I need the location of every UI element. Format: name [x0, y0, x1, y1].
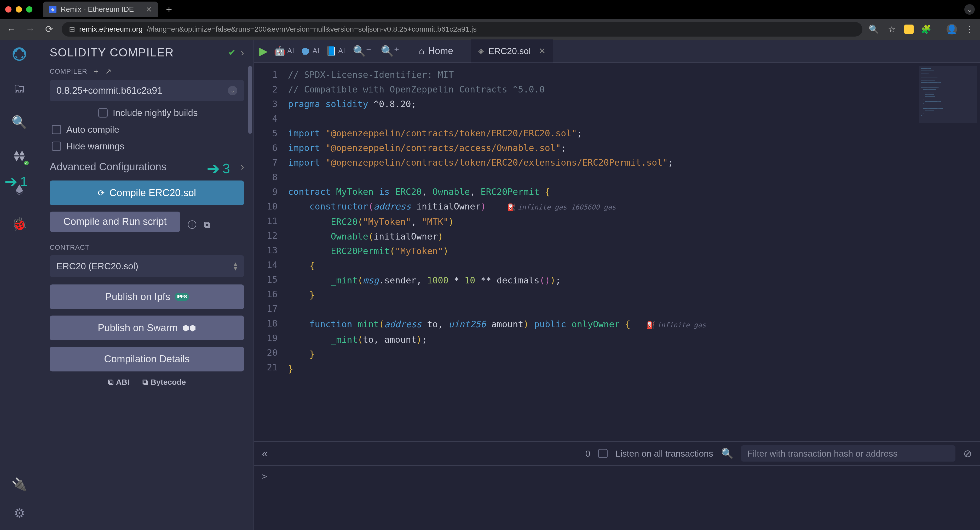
zoom-icon[interactable]: 🔍: [869, 24, 879, 35]
compile-success-badge-icon: ✓: [23, 160, 30, 166]
clear-terminal-icon[interactable]: ⊘: [963, 447, 972, 459]
tab-home[interactable]: ⌂ Home: [412, 46, 460, 56]
compile-spinner-icon: ⟳: [98, 188, 105, 198]
tab-file-active[interactable]: ◈ ERC20.sol ✕: [471, 40, 553, 62]
compile-button-label: Compile ERC20.sol: [110, 187, 196, 198]
minimize-window-icon[interactable]: [16, 6, 22, 13]
window-controls[interactable]: [5, 6, 32, 13]
minimap[interactable]: ▬▬▬▬▬▬▬▬▬▬▬▬▬▬▬▬▬▬▬▬▬▬▬▬▬▬▬▬▬▬▬▬▬▬▬▬▬▬▬▬…: [920, 66, 977, 123]
extension-icon[interactable]: [904, 25, 914, 34]
tab-title: Remix - Ethereum IDE: [60, 5, 134, 14]
info-icon[interactable]: ⓘ: [188, 219, 197, 231]
address-bar[interactable]: ⊟ remix.ethereum.org/#lang=en&optimize=f…: [62, 22, 862, 36]
maximize-window-icon[interactable]: [26, 6, 32, 13]
svg-point-0: [13, 48, 25, 60]
file-name: ERC20.sol: [488, 46, 531, 56]
code-editor[interactable]: 123456789101112131415161718192021 // SPD…: [254, 63, 980, 441]
auto-compile-row[interactable]: Auto compile: [50, 124, 244, 135]
zoom-out-icon[interactable]: 🔍⁻: [353, 45, 371, 57]
include-nightly-row[interactable]: Include nightly builds: [50, 108, 244, 118]
tab-close-icon[interactable]: ✕: [146, 5, 152, 14]
publish-ipfs-button[interactable]: Publish on Ipfs IPFS: [50, 284, 244, 309]
settings-icon[interactable]: ⚙: [10, 504, 29, 522]
auto-compile-checkbox[interactable]: [52, 125, 61, 134]
ai-bot-button[interactable]: 🤖AI: [274, 46, 294, 56]
remix-logo-icon[interactable]: [10, 45, 29, 63]
home-icon: ⌂: [418, 46, 425, 56]
browser-tab[interactable]: ◆ Remix - Ethereum IDE ✕: [43, 2, 158, 17]
editor-toolbar: ▶ 🤖AI ⏺AI 📘AI 🔍⁻ 🔍⁺ ⌂ Home ◈ ERC20.sol ✕: [254, 40, 980, 63]
listen-checkbox[interactable]: [598, 449, 608, 458]
bookmark-icon[interactable]: ☆: [886, 24, 897, 35]
nav-forward-icon[interactable]: →: [24, 24, 37, 35]
copy-bytecode-button[interactable]: ⧉Bytecode: [142, 378, 186, 387]
debugger-icon[interactable]: 🐞: [10, 215, 29, 233]
line-gutter: 123456789101112131415161718192021: [254, 63, 283, 441]
run-script-icon[interactable]: ▶: [259, 44, 267, 57]
search-icon[interactable]: 🔍: [10, 113, 29, 131]
select-sort-icon: ▴▾: [234, 262, 237, 271]
tab-overflow-icon[interactable]: ⌄: [964, 4, 975, 14]
copy-abi-button[interactable]: ⧉ABI: [108, 378, 130, 387]
panel-scrollbar[interactable]: [248, 66, 252, 525]
swarm-badge-icon: ⬢⬢: [182, 324, 196, 333]
new-tab-button[interactable]: +: [166, 4, 172, 16]
file-explorer-icon[interactable]: 🗂: [10, 79, 29, 97]
compilation-details-button[interactable]: Compilation Details: [50, 347, 244, 371]
compilation-details-label: Compilation Details: [104, 354, 189, 365]
code-content[interactable]: // SPDX-License-Identifier: MIT// Compat…: [283, 63, 980, 441]
compiler-version-select[interactable]: 0.8.25+commit.b61c2a91 ⌄: [50, 80, 244, 102]
compiler-panel: SOLIDITY COMPILER ✔ › COMPILER ＋ ↗ 0.8.2…: [39, 40, 254, 530]
close-window-icon[interactable]: [5, 6, 11, 13]
hide-warnings-label: Hide warnings: [66, 141, 124, 151]
add-compiler-icon[interactable]: ＋: [92, 67, 100, 76]
close-tab-icon[interactable]: ✕: [539, 46, 546, 56]
arrow-right-icon: ➔: [207, 159, 220, 178]
remix-app: 🗂 🔍 ✓ 🐞 🔌 ⚙ SOLIDITY COMPILER ✔ › COMPIL…: [0, 40, 980, 530]
copy-icon: ⧉: [142, 378, 148, 387]
copy-icon[interactable]: ⧉: [204, 220, 210, 230]
url-path: /#lang=en&optimize=false&runs=200&evmVer…: [147, 25, 477, 33]
annotation-3: ➔ 3: [207, 159, 230, 178]
url-domain: remix.ethereum.org: [79, 25, 143, 33]
compile-button[interactable]: ⟳ Compile ERC20.sol: [50, 181, 244, 205]
browser-menu-icon[interactable]: ⋮: [964, 24, 975, 35]
include-nightly-label: Include nightly builds: [113, 108, 198, 118]
extensions-menu-icon[interactable]: 🧩: [921, 24, 931, 35]
include-nightly-checkbox[interactable]: [98, 108, 108, 117]
book-icon: 📘: [326, 46, 337, 56]
terminal-output[interactable]: >: [254, 465, 980, 530]
plugin-manager-icon[interactable]: 🔌: [10, 475, 29, 494]
terminal-collapse-icon[interactable]: «: [262, 448, 267, 459]
annotation-1: ➔ 1: [5, 172, 28, 191]
publish-swarm-button[interactable]: Publish on Swarm ⬢⬢: [50, 316, 244, 340]
nav-back-icon[interactable]: ←: [5, 24, 18, 35]
solidity-compiler-icon[interactable]: ✓: [10, 147, 29, 165]
robot-icon: 🤖: [274, 46, 286, 56]
tx-filter-input[interactable]: [741, 445, 955, 462]
solidity-file-icon: ◈: [478, 47, 484, 56]
browser-toolbar: ← → ⟳ ⊟ remix.ethereum.org/#lang=en&opti…: [0, 19, 980, 40]
terminal-search-icon[interactable]: 🔍: [721, 448, 733, 459]
ai-toggle-button[interactable]: ⏺AI: [300, 45, 319, 57]
hide-warnings-checkbox[interactable]: [52, 141, 61, 151]
compile-run-script-button[interactable]: Compile and Run script: [50, 212, 180, 232]
tab-favicon-icon: ◆: [49, 6, 56, 13]
hide-warnings-row[interactable]: Hide warnings: [50, 141, 244, 151]
site-info-icon[interactable]: ⊟: [69, 25, 75, 34]
advanced-label: Advanced Configurations: [50, 161, 167, 173]
zoom-in-icon[interactable]: 🔍⁺: [381, 45, 399, 57]
ai-docs-button[interactable]: 📘AI: [326, 46, 345, 56]
terminal-toolbar: « 0 Listen on all transactions 🔍 ⊘: [254, 442, 980, 465]
copy-icon: ⧉: [108, 378, 113, 387]
editor-area: ▶ 🤖AI ⏺AI 📘AI 🔍⁻ 🔍⁺ ⌂ Home ◈ ERC20.sol ✕…: [254, 40, 980, 530]
terminal-panel: « 0 Listen on all transactions 🔍 ⊘ >: [254, 441, 980, 530]
publish-swarm-label: Publish on Swarm: [98, 322, 178, 333]
left-icon-rail: 🗂 🔍 ✓ 🐞 🔌 ⚙: [0, 40, 39, 530]
profile-icon[interactable]: 👤: [947, 24, 957, 35]
reload-icon[interactable]: ⟳: [43, 24, 56, 35]
compiler-label: COMPILER ＋ ↗: [50, 67, 244, 76]
panel-collapse-icon[interactable]: ›: [241, 47, 244, 59]
contract-select[interactable]: ERC20 (ERC20.sol) ▴▾: [50, 255, 244, 277]
link-compiler-icon[interactable]: ↗: [105, 67, 111, 76]
